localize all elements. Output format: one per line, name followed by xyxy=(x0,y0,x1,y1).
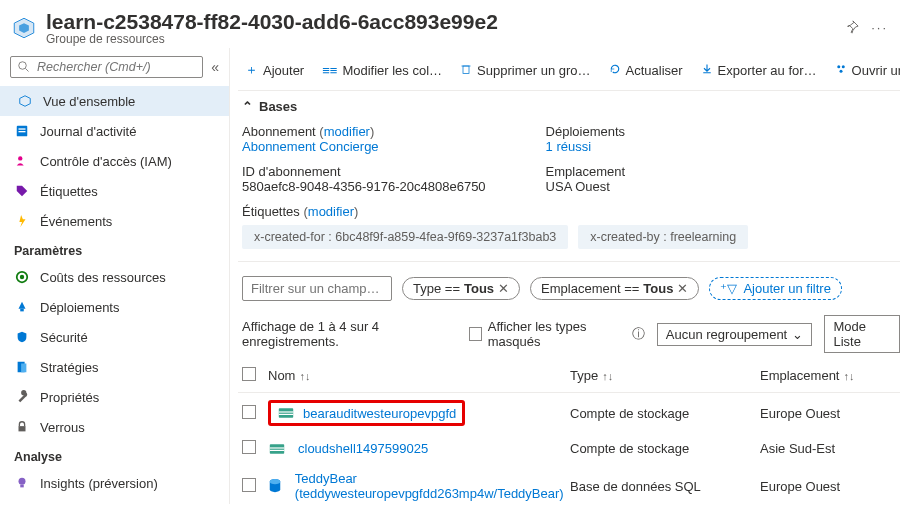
nav-label: Événements xyxy=(40,214,112,229)
add-button[interactable]: ＋Ajouter xyxy=(238,58,311,82)
row-checkbox[interactable] xyxy=(242,440,256,454)
row-checkbox[interactable] xyxy=(242,405,256,419)
filter-input[interactable] xyxy=(242,276,392,301)
nav-tags[interactable]: Étiquettes xyxy=(0,176,229,206)
query-icon xyxy=(835,63,847,78)
loc-label: Emplacement xyxy=(546,164,625,179)
toolbar: ＋Ajouter ≡≡Modifier les col… Supprimer u… xyxy=(238,54,900,91)
show-hidden-checkbox[interactable] xyxy=(469,327,482,341)
filter-type-pill[interactable]: Type == Tous✕ xyxy=(402,277,520,300)
pin-icon[interactable] xyxy=(845,20,859,37)
search-input[interactable] xyxy=(37,60,196,74)
nav-label: Stratégies xyxy=(40,360,99,375)
tags-modify-link[interactable]: modifier xyxy=(308,204,354,219)
resource-link[interactable]: bearauditwesteuropevpgfd xyxy=(303,406,456,421)
filter-icon: ⁺▽ xyxy=(720,281,737,296)
export-button[interactable]: Exporter au for… xyxy=(694,60,824,81)
nav-costs[interactable]: Coûts des ressources xyxy=(0,262,229,292)
resource-group-icon xyxy=(10,14,38,42)
nav-activity[interactable]: Journal d'activité xyxy=(0,116,229,146)
sub-value[interactable]: Abonnement Concierge xyxy=(242,139,379,154)
nav-label: Contrôle d'accès (IAM) xyxy=(40,154,172,169)
tags-icon xyxy=(14,183,30,199)
sort-icon: ↑↓ xyxy=(602,370,613,382)
bases-toggle[interactable]: ⌃ Bases xyxy=(238,91,900,120)
svg-rect-14 xyxy=(19,426,26,431)
chevron-up-icon: ⌃ xyxy=(242,99,253,114)
info-icon[interactable]: ⓘ xyxy=(632,325,645,343)
more-icon[interactable]: ··· xyxy=(871,20,888,37)
table-row: TeddyBear (teddywesteuropevpgfdd263mp4w/… xyxy=(238,464,900,504)
id-label: ID d'abonnement xyxy=(242,164,341,179)
edit-columns-button[interactable]: ≡≡Modifier les col… xyxy=(315,60,449,81)
table-header: Nom↑↓ Type↑↓ Emplacement↑↓ xyxy=(238,359,900,393)
sub-modify-link[interactable]: modifier xyxy=(324,124,370,139)
nav-label: Insights (préversion) xyxy=(40,476,158,491)
table-body: bearauditwesteuropevpgfd Compte de stock… xyxy=(238,393,900,504)
nav-policy[interactable]: Stratégies xyxy=(0,352,229,382)
storage-icon xyxy=(277,405,295,421)
remove-icon[interactable]: ✕ xyxy=(498,281,509,296)
add-filter-button[interactable]: ⁺▽Ajouter un filtre xyxy=(709,277,841,300)
search-icon xyxy=(17,60,31,74)
remove-icon[interactable]: ✕ xyxy=(677,281,688,296)
resource-link[interactable]: cloudshell1497599025 xyxy=(298,441,428,456)
events-icon xyxy=(14,213,30,229)
nav-label: Déploiements xyxy=(40,300,120,315)
svg-point-19 xyxy=(837,65,840,68)
col-loc-header[interactable]: Emplacement↑↓ xyxy=(760,367,900,384)
resource-link[interactable]: TeddyBear (teddywesteuropevpgfdd263mp4w/… xyxy=(295,471,570,501)
tag-pill[interactable]: x-created-by : freelearning xyxy=(578,225,748,249)
loc-value: USA Ouest xyxy=(546,179,610,194)
filter-loc-pill[interactable]: Emplacement == Tous✕ xyxy=(530,277,699,300)
nav-label: Sécurité xyxy=(40,330,88,345)
nav-events[interactable]: Événements xyxy=(0,206,229,236)
nav-security[interactable]: Sécurité xyxy=(0,322,229,352)
security-icon xyxy=(14,329,30,345)
record-count: Affichage de 1 à 4 sur 4 enregistrements… xyxy=(242,319,457,349)
svg-rect-25 xyxy=(270,444,284,454)
tag-pill[interactable]: x-created-for : 6bc48f9f-a859-4fea-9f69-… xyxy=(242,225,568,249)
storage-icon xyxy=(268,441,286,457)
meta-row: Affichage de 1 à 4 sur 4 enregistrements… xyxy=(238,301,900,359)
resource-type: Base de données SQL xyxy=(570,479,760,494)
nav-label: Verrous xyxy=(40,420,85,435)
svg-marker-4 xyxy=(20,96,31,107)
refresh-button[interactable]: Actualiser xyxy=(602,60,690,81)
delete-group-button[interactable]: Supprimer un gro… xyxy=(453,60,597,81)
nav-deployments[interactable]: Déploiements xyxy=(0,292,229,322)
activity-icon xyxy=(14,123,30,139)
sub-label: Abonnement xyxy=(242,124,316,139)
nav-properties[interactable]: Propriétés xyxy=(0,382,229,412)
nav-insights[interactable]: Insights (préversion) xyxy=(0,468,229,498)
svg-rect-13 xyxy=(21,364,26,373)
svg-point-20 xyxy=(841,65,844,68)
nav-label: Journal d'activité xyxy=(40,124,136,139)
svg-point-2 xyxy=(19,62,27,70)
dep-value[interactable]: 1 réussi xyxy=(546,139,592,154)
svg-rect-11 xyxy=(20,309,24,312)
nav-section-parameters: Paramètres xyxy=(0,236,229,262)
nav-overview[interactable]: Vue d'ensemble xyxy=(0,86,229,116)
sidebar-search[interactable] xyxy=(10,56,203,78)
col-name-header[interactable]: Nom↑↓ xyxy=(268,367,570,384)
filter-bar: Type == Tous✕ Emplacement == Tous✕ ⁺▽Ajo… xyxy=(238,262,900,301)
row-checkbox[interactable] xyxy=(242,478,256,492)
table-row: bearauditwesteuropevpgfd Compte de stock… xyxy=(238,393,900,433)
id-value: 580aefc8-9048-4356-9176-20c4808e6750 xyxy=(242,179,486,194)
deploy-icon xyxy=(14,299,30,315)
main-content: ＋Ajouter ≡≡Modifier les col… Supprimer u… xyxy=(230,48,900,504)
nav-iam[interactable]: Contrôle d'accès (IAM) xyxy=(0,146,229,176)
mode-list-button[interactable]: Mode Liste xyxy=(824,315,900,353)
nav-locks[interactable]: Verrous xyxy=(0,412,229,442)
resource-location: Europe Ouest xyxy=(760,406,900,421)
resource-location: Europe Ouest xyxy=(760,479,900,494)
select-all-checkbox[interactable] xyxy=(242,367,256,381)
col-type-header[interactable]: Type↑↓ xyxy=(570,367,760,384)
svg-rect-6 xyxy=(19,128,26,129)
open-query-button[interactable]: Ouvrir une requête xyxy=(828,60,900,81)
group-select[interactable]: Aucun regroupement⌄ xyxy=(657,323,813,346)
properties-panel: Abonnement (modifier) Abonnement Concier… xyxy=(238,120,900,219)
svg-point-10 xyxy=(20,275,24,279)
collapse-sidebar-icon[interactable]: « xyxy=(211,59,219,75)
